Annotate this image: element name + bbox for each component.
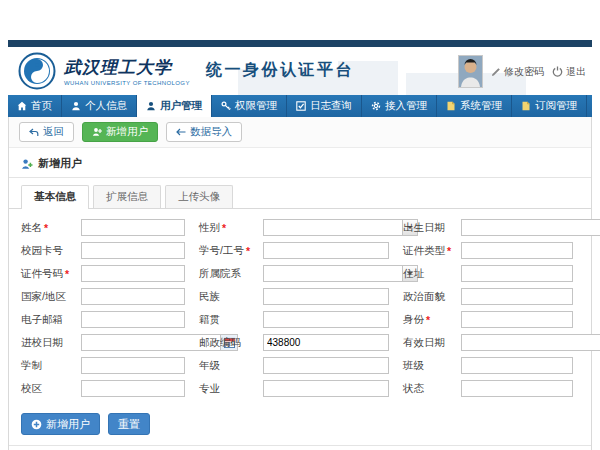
document-icon [446, 101, 456, 111]
document-icon [521, 101, 531, 111]
tab-extended-info[interactable]: 扩展信息 [93, 185, 161, 208]
pencil-icon [491, 67, 501, 77]
field-id-type: 证件类型* [403, 242, 573, 259]
nav-tab-label: 权限管理 [235, 99, 277, 113]
user-avatar [458, 55, 483, 88]
nav-tab-permissions[interactable]: 权限管理 [212, 95, 287, 117]
nav-tab-access[interactable]: 接入管理 [362, 95, 437, 117]
field-ethnicity: 民族* [199, 288, 389, 305]
tab-upload-avatar[interactable]: 上传头像 [165, 185, 233, 208]
nav-tab-logs[interactable]: 日志查询 [287, 95, 362, 117]
tab-basic-info[interactable]: 基本信息 [21, 185, 89, 209]
birth-date-input[interactable] [462, 220, 600, 235]
reset-button[interactable]: 重置 [108, 413, 150, 435]
add-user-toolbar-button[interactable]: 新增用户 [82, 122, 158, 142]
add-user-toolbar-label: 新增用户 [106, 125, 148, 139]
section-title: 新增用户 [38, 156, 82, 171]
submit-add-user-button[interactable]: 新增用户 [21, 413, 100, 435]
data-import-label: 数据导入 [190, 125, 232, 139]
field-label: 校区 [21, 382, 42, 396]
postal-code-input[interactable] [263, 334, 389, 351]
field-label: 民族 [199, 290, 220, 304]
campus-card-input[interactable] [81, 242, 185, 259]
status-input[interactable] [461, 380, 573, 397]
gear-icon [371, 101, 381, 111]
field-label: 年级 [199, 359, 220, 373]
nav-tab-user-management[interactable]: 用户管理 [137, 95, 212, 117]
grade-input[interactable] [263, 357, 389, 374]
logout-link[interactable]: 退出 [552, 65, 586, 79]
field-campus: 校区* [21, 380, 185, 397]
department-select-value [264, 266, 402, 281]
field-campus-card: 校园卡号* [21, 242, 185, 259]
country-region-input[interactable] [81, 288, 185, 305]
class-input[interactable] [461, 357, 573, 374]
native-place-input[interactable] [263, 311, 389, 328]
gender-select[interactable] [263, 219, 418, 236]
header: 武汉理工大学 WUHAN UNIVERSITY OF TECHNOLOGY 统一… [8, 47, 592, 95]
nav-tab-profile[interactable]: 个人信息 [62, 95, 137, 117]
valid-date-picker[interactable] [461, 334, 600, 351]
data-import-button[interactable]: 数据导入 [166, 122, 242, 142]
required-asterisk: * [426, 314, 430, 326]
log-check-icon [296, 101, 306, 111]
field-political-status: 政治面貌* [403, 288, 573, 305]
field-label: 校园卡号 [21, 244, 63, 258]
email-input[interactable] [81, 311, 185, 328]
nav-tab-label: 系统管理 [460, 99, 502, 113]
education-length-input[interactable] [81, 357, 185, 374]
required-asterisk: * [447, 245, 451, 257]
name-input[interactable] [81, 219, 185, 236]
required-asterisk: * [222, 222, 226, 234]
address-input[interactable] [461, 265, 573, 282]
field-name: 姓名* [21, 219, 185, 236]
field-label: 班级 [403, 359, 424, 373]
toolbar: 返回 新增用户 数据导入 [9, 117, 591, 148]
nav-tab-subscriptions[interactable]: 订阅管理 [512, 95, 587, 117]
birth-date-picker[interactable] [461, 219, 600, 236]
field-label: 性别 [199, 221, 220, 235]
field-label: 邮政编码 [199, 336, 241, 350]
person-icon [71, 101, 81, 111]
submit-button-label: 新增用户 [46, 417, 90, 432]
platform-title: 统一身份认证平台 [206, 60, 354, 81]
field-label: 学制 [21, 359, 42, 373]
field-label: 身份 [403, 313, 424, 327]
change-password-label: 修改密码 [504, 65, 544, 79]
field-label: 姓名 [21, 221, 42, 235]
back-button[interactable]: 返回 [19, 122, 74, 142]
change-password-link[interactable]: 修改密码 [491, 65, 544, 79]
field-address: 住址* [403, 265, 573, 282]
field-enroll-date: 进校日期* [21, 334, 185, 351]
field-label: 国家/地区 [21, 290, 66, 304]
plus-circle-icon [31, 419, 42, 430]
campus-input[interactable] [81, 380, 185, 397]
field-label: 住址 [403, 267, 424, 281]
nav-tab-label: 接入管理 [385, 99, 427, 113]
main-nav: 首页 个人信息 用户管理 权限管理 日志查询 [8, 95, 592, 117]
student-id-input[interactable] [263, 242, 389, 259]
content-panel: 返回 新增用户 数据导入 新增用户 [8, 117, 592, 450]
university-name-en: WUHAN UNIVERSITY OF TECHNOLOGY [64, 80, 190, 86]
id-number-input[interactable] [81, 265, 185, 282]
political-status-input[interactable] [461, 288, 573, 305]
nav-tab-label: 订阅管理 [535, 99, 577, 113]
nav-tab-system[interactable]: 系统管理 [437, 95, 512, 117]
user-plus-icon [92, 127, 102, 137]
required-asterisk: * [65, 268, 69, 280]
valid-date-input[interactable] [462, 335, 600, 350]
major-input[interactable] [263, 380, 389, 397]
department-select[interactable] [263, 265, 418, 282]
identity-input[interactable] [461, 311, 573, 328]
nav-tab-home[interactable]: 首页 [8, 95, 62, 117]
id-type-input[interactable] [461, 242, 573, 259]
field-label: 进校日期 [21, 336, 63, 350]
field-label: 有效日期 [403, 336, 445, 350]
field-label: 所属院系 [199, 267, 241, 281]
field-label: 专业 [199, 382, 220, 396]
field-department: 所属院系* [199, 265, 389, 282]
field-id-number: 证件号码* [21, 265, 185, 282]
ethnicity-input[interactable] [263, 288, 389, 305]
university-name-block: 武汉理工大学 WUHAN UNIVERSITY OF TECHNOLOGY [64, 56, 190, 86]
form-tabs: 基本信息 扩展信息 上传头像 [9, 178, 591, 209]
